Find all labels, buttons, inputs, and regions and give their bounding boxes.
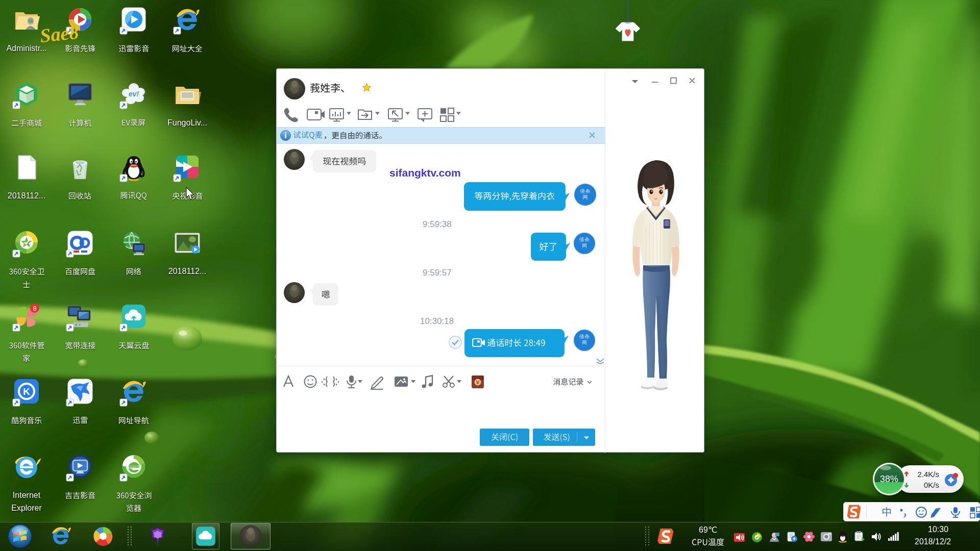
svg-text:0K/s: 0K/s <box>924 481 939 489</box>
svg-text:38%: 38% <box>880 474 898 484</box>
svg-text:2.4K/s: 2.4K/s <box>917 470 939 479</box>
